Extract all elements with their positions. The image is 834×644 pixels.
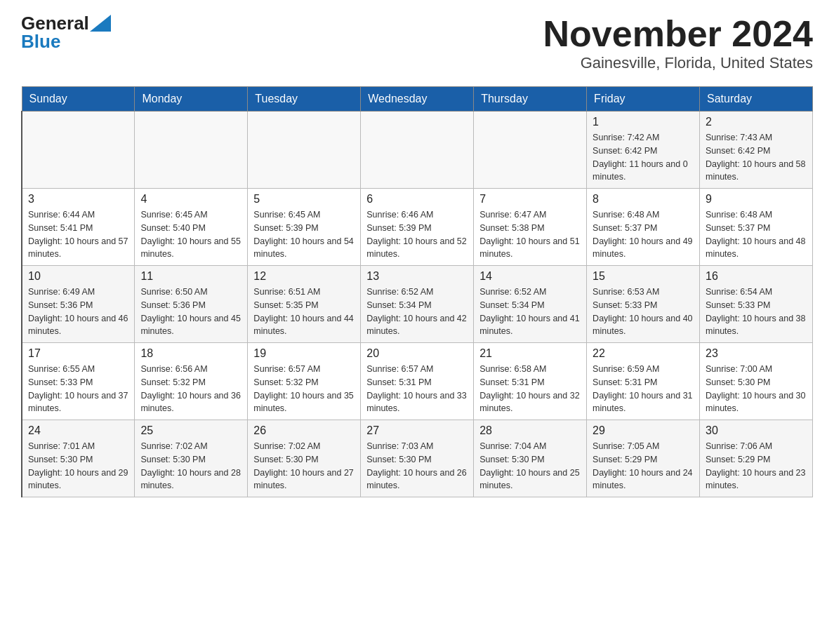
- day-info: Sunrise: 6:44 AMSunset: 5:41 PMDaylight:…: [28, 208, 128, 261]
- day-info: Sunrise: 7:04 AMSunset: 5:30 PMDaylight:…: [479, 440, 581, 492]
- weekday-header-friday: Friday: [587, 87, 700, 112]
- logo-general-text: General: [21, 14, 89, 32]
- day-number: 4: [140, 193, 241, 206]
- day-info: Sunrise: 6:48 AMSunset: 5:37 PMDaylight:…: [706, 208, 807, 261]
- calendar-cell: [361, 112, 474, 189]
- calendar-cell: 8Sunrise: 6:48 AMSunset: 5:37 PMDaylight…: [587, 189, 700, 266]
- calendar-subtitle: Gainesville, Florida, United States: [543, 54, 813, 72]
- day-info: Sunrise: 6:55 AMSunset: 5:33 PMDaylight:…: [28, 363, 128, 415]
- logo-blue-text: Blue: [21, 32, 60, 51]
- calendar-cell: [248, 112, 361, 189]
- calendar-cell: 30Sunrise: 7:06 AMSunset: 5:29 PMDayligh…: [700, 420, 813, 497]
- calendar-cell: 3Sunrise: 6:44 AMSunset: 5:41 PMDaylight…: [22, 189, 135, 266]
- day-info: Sunrise: 6:45 AMSunset: 5:39 PMDaylight:…: [253, 208, 355, 261]
- day-info: Sunrise: 6:45 AMSunset: 5:40 PMDaylight:…: [140, 208, 241, 261]
- calendar-table: SundayMondayTuesdayWednesdayThursdayFrid…: [21, 86, 813, 497]
- day-info: Sunrise: 6:52 AMSunset: 5:34 PMDaylight:…: [479, 286, 581, 338]
- calendar-cell: 17Sunrise: 6:55 AMSunset: 5:33 PMDayligh…: [22, 343, 135, 420]
- weekday-header-wednesday: Wednesday: [361, 87, 474, 112]
- day-number: 21: [479, 347, 581, 360]
- logo: General Blue: [21, 14, 112, 51]
- day-number: 27: [366, 424, 468, 437]
- calendar-cell: 27Sunrise: 7:03 AMSunset: 5:30 PMDayligh…: [361, 420, 474, 497]
- calendar-cell: 1Sunrise: 7:42 AMSunset: 6:42 PMDaylight…: [587, 112, 700, 189]
- calendar-cell: 10Sunrise: 6:49 AMSunset: 5:36 PMDayligh…: [22, 266, 135, 343]
- day-number: 18: [140, 347, 241, 360]
- day-info: Sunrise: 6:48 AMSunset: 5:37 PMDaylight:…: [593, 208, 694, 261]
- day-number: 28: [479, 424, 581, 437]
- day-number: 23: [706, 347, 807, 360]
- svg-marker-0: [90, 15, 111, 32]
- day-info: Sunrise: 7:02 AMSunset: 5:30 PMDaylight:…: [140, 440, 241, 492]
- calendar-week-row: 24Sunrise: 7:01 AMSunset: 5:30 PMDayligh…: [22, 420, 813, 497]
- day-number: 22: [593, 347, 694, 360]
- day-number: 29: [593, 424, 694, 437]
- day-info: Sunrise: 6:53 AMSunset: 5:33 PMDaylight:…: [593, 286, 694, 338]
- calendar-cell: 18Sunrise: 6:56 AMSunset: 5:32 PMDayligh…: [135, 343, 248, 420]
- day-info: Sunrise: 6:46 AMSunset: 5:39 PMDaylight:…: [366, 208, 468, 261]
- calendar-cell: [22, 112, 135, 189]
- day-info: Sunrise: 6:57 AMSunset: 5:32 PMDaylight:…: [253, 363, 355, 415]
- day-number: 20: [366, 347, 468, 360]
- calendar-cell: 15Sunrise: 6:53 AMSunset: 5:33 PMDayligh…: [587, 266, 700, 343]
- title-block: November 2024 Gainesville, Florida, Unit…: [543, 14, 813, 72]
- day-number: 11: [140, 270, 241, 283]
- calendar-cell: 5Sunrise: 6:45 AMSunset: 5:39 PMDaylight…: [248, 189, 361, 266]
- day-info: Sunrise: 7:06 AMSunset: 5:29 PMDaylight:…: [706, 440, 807, 492]
- day-number: 3: [28, 193, 128, 206]
- day-number: 2: [706, 116, 807, 128]
- day-info: Sunrise: 7:01 AMSunset: 5:30 PMDaylight:…: [28, 440, 128, 492]
- day-info: Sunrise: 6:56 AMSunset: 5:32 PMDaylight:…: [140, 363, 241, 415]
- logo-icon: [90, 15, 111, 32]
- calendar-week-row: 1Sunrise: 7:42 AMSunset: 6:42 PMDaylight…: [22, 112, 813, 189]
- calendar-cell: 16Sunrise: 6:54 AMSunset: 5:33 PMDayligh…: [700, 266, 813, 343]
- calendar-cell: 2Sunrise: 7:43 AMSunset: 6:42 PMDaylight…: [700, 112, 813, 189]
- calendar-cell: 19Sunrise: 6:57 AMSunset: 5:32 PMDayligh…: [248, 343, 361, 420]
- day-number: 1: [593, 116, 694, 128]
- day-info: Sunrise: 6:58 AMSunset: 5:31 PMDaylight:…: [479, 363, 581, 415]
- calendar-cell: 22Sunrise: 6:59 AMSunset: 5:31 PMDayligh…: [587, 343, 700, 420]
- day-number: 9: [706, 193, 807, 206]
- calendar-cell: [135, 112, 248, 189]
- day-number: 19: [253, 347, 355, 360]
- day-info: Sunrise: 6:57 AMSunset: 5:31 PMDaylight:…: [366, 363, 468, 415]
- day-number: 5: [253, 193, 355, 206]
- day-number: 7: [479, 193, 581, 206]
- calendar-cell: 13Sunrise: 6:52 AMSunset: 5:34 PMDayligh…: [361, 266, 474, 343]
- day-number: 26: [253, 424, 355, 437]
- calendar-header-row: SundayMondayTuesdayWednesdayThursdayFrid…: [22, 87, 813, 112]
- calendar-cell: 7Sunrise: 6:47 AMSunset: 5:38 PMDaylight…: [474, 189, 587, 266]
- calendar-cell: 21Sunrise: 6:58 AMSunset: 5:31 PMDayligh…: [474, 343, 587, 420]
- day-info: Sunrise: 6:50 AMSunset: 5:36 PMDaylight:…: [140, 286, 241, 338]
- day-info: Sunrise: 7:03 AMSunset: 5:30 PMDaylight:…: [366, 440, 468, 492]
- weekday-header-monday: Monday: [135, 87, 248, 112]
- day-info: Sunrise: 6:49 AMSunset: 5:36 PMDaylight:…: [28, 286, 128, 338]
- calendar-cell: 23Sunrise: 7:00 AMSunset: 5:30 PMDayligh…: [700, 343, 813, 420]
- day-info: Sunrise: 6:52 AMSunset: 5:34 PMDaylight:…: [366, 286, 468, 338]
- day-info: Sunrise: 6:54 AMSunset: 5:33 PMDaylight:…: [706, 286, 807, 338]
- calendar-title: November 2024: [543, 14, 813, 54]
- calendar-cell: 14Sunrise: 6:52 AMSunset: 5:34 PMDayligh…: [474, 266, 587, 343]
- calendar-cell: 20Sunrise: 6:57 AMSunset: 5:31 PMDayligh…: [361, 343, 474, 420]
- calendar-cell: 6Sunrise: 6:46 AMSunset: 5:39 PMDaylight…: [361, 189, 474, 266]
- calendar-cell: 29Sunrise: 7:05 AMSunset: 5:29 PMDayligh…: [587, 420, 700, 497]
- calendar-cell: 28Sunrise: 7:04 AMSunset: 5:30 PMDayligh…: [474, 420, 587, 497]
- day-number: 14: [479, 270, 581, 283]
- page-header: General Blue November 2024 Gainesville, …: [21, 14, 813, 72]
- calendar-cell: [474, 112, 587, 189]
- day-number: 16: [706, 270, 807, 283]
- weekday-header-saturday: Saturday: [700, 87, 813, 112]
- day-number: 17: [28, 347, 128, 360]
- calendar-cell: 24Sunrise: 7:01 AMSunset: 5:30 PMDayligh…: [22, 420, 135, 497]
- day-number: 15: [593, 270, 694, 283]
- calendar-cell: 25Sunrise: 7:02 AMSunset: 5:30 PMDayligh…: [135, 420, 248, 497]
- day-info: Sunrise: 6:51 AMSunset: 5:35 PMDaylight:…: [253, 286, 355, 338]
- calendar-cell: 9Sunrise: 6:48 AMSunset: 5:37 PMDaylight…: [700, 189, 813, 266]
- day-number: 8: [593, 193, 694, 206]
- day-number: 10: [28, 270, 128, 283]
- calendar-week-row: 17Sunrise: 6:55 AMSunset: 5:33 PMDayligh…: [22, 343, 813, 420]
- calendar-week-row: 3Sunrise: 6:44 AMSunset: 5:41 PMDaylight…: [22, 189, 813, 266]
- calendar-week-row: 10Sunrise: 6:49 AMSunset: 5:36 PMDayligh…: [22, 266, 813, 343]
- day-number: 30: [706, 424, 807, 437]
- calendar-cell: 12Sunrise: 6:51 AMSunset: 5:35 PMDayligh…: [248, 266, 361, 343]
